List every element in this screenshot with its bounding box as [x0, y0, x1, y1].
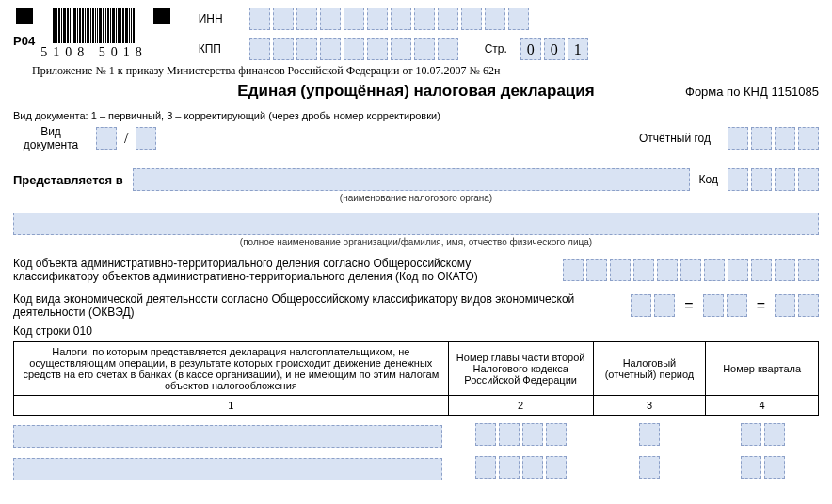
table-header-row: Налоги, по которым представляется деклар… — [14, 342, 819, 396]
tax-authority-field[interactable] — [133, 168, 690, 191]
decree-text: Приложение № 1 к приказу Министерства фи… — [32, 64, 819, 78]
doc-title: Единая (упрощённая) налоговая декларация — [237, 82, 594, 101]
okato-field[interactable] — [563, 259, 819, 281]
line-code: Код строки 010 — [13, 324, 819, 338]
quarter-field-1[interactable] — [741, 423, 785, 446]
okved-fields[interactable]: = = — [631, 294, 819, 317]
okved-text: Код вида экономической деятельности согл… — [13, 292, 617, 319]
doc-type-note: Вид документа: 1 – первичный, 3 – коррек… — [13, 110, 819, 121]
quarter-field-2[interactable] — [741, 456, 785, 479]
p04-code: Р04 — [13, 34, 35, 48]
fullname-caption: (полное наименование организации/фамилия… — [13, 237, 819, 247]
marker-square-right — [153, 8, 170, 24]
presented-label: Представляется в — [13, 173, 123, 187]
code-label: Код — [699, 173, 718, 186]
inn-field[interactable] — [249, 8, 529, 30]
table-number-row: 1 2 3 4 — [14, 396, 819, 416]
tax-authority-caption: (наименование налогового органа) — [13, 193, 819, 203]
marker-square-left — [16, 8, 33, 24]
chapter-field-1[interactable] — [475, 423, 567, 446]
slash: / — [124, 130, 128, 147]
chapter-field-2[interactable] — [475, 456, 567, 479]
report-year-field[interactable] — [728, 127, 819, 150]
doc-type-correction-field[interactable] — [136, 127, 156, 150]
barcode: 5108 5018 — [40, 8, 148, 60]
tax-authority-code-field[interactable] — [728, 168, 819, 191]
fullname-field[interactable] — [13, 213, 819, 235]
kpp-field[interactable] — [249, 38, 458, 60]
tax-name-field-2[interactable] — [13, 458, 442, 480]
th-chapter: Номер главы части второй Налогового коде… — [448, 342, 593, 396]
equals-icon: = — [679, 297, 698, 314]
doc-type-primary-field[interactable] — [96, 127, 117, 150]
barcode-number: 5108 5018 — [40, 45, 148, 60]
inn-label: ИНН — [199, 12, 236, 25]
declaration-table: Налоги, по которым представляется деклар… — [13, 341, 819, 416]
page-label: Стр. — [485, 42, 507, 55]
form-code: Форма по КНД 1151085 — [595, 85, 819, 99]
kpp-label: КПП — [199, 42, 236, 55]
th-quarter: Номер квартала — [706, 342, 819, 396]
th-taxes: Налоги, по которым представляется деклар… — [14, 342, 449, 396]
tax-name-field-1[interactable] — [13, 425, 442, 448]
doc-type-label: Вид документа — [13, 125, 88, 151]
th-period: Налоговый (отчетный) период — [593, 342, 706, 396]
period-field-1[interactable] — [639, 423, 660, 446]
equals-icon: = — [751, 297, 771, 314]
okato-text: Код объекта административно-территориаль… — [13, 257, 550, 283]
report-year-label: Отчётный год — [639, 132, 711, 145]
period-field-2[interactable] — [639, 456, 660, 479]
page-number: 0 0 1 — [520, 38, 588, 60]
